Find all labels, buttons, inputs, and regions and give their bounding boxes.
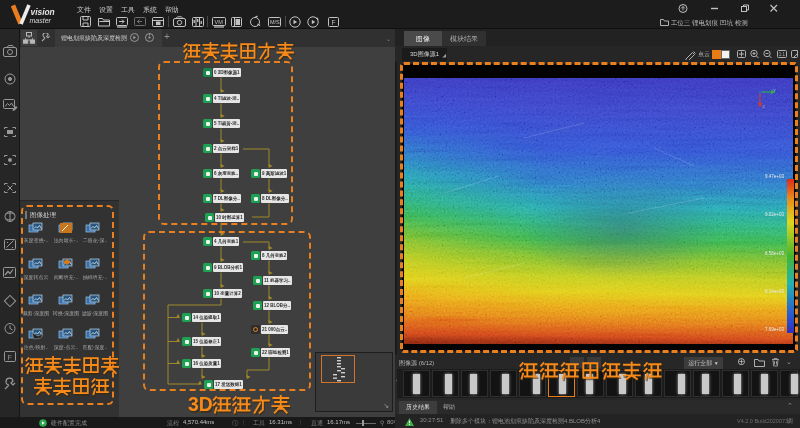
svg-text:3D: 3D xyxy=(188,395,213,415)
